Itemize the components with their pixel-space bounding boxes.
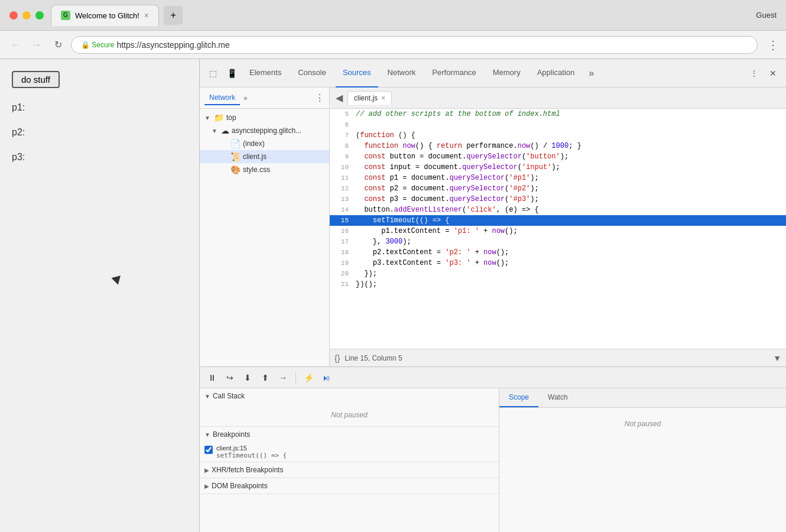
- device-toolbar-icon[interactable]: 📱: [223, 65, 240, 82]
- call-stack-header[interactable]: ▼ Call Stack: [200, 388, 499, 404]
- browser-content: do stuff p1: p2: p3: ⬚ 📱 Elements Consol…: [0, 59, 786, 532]
- close-traffic-light[interactable]: [9, 11, 18, 20]
- do-stuff-button[interactable]: do stuff: [12, 71, 60, 88]
- devtools-options-button[interactable]: ⋮: [746, 65, 762, 82]
- debug-left-panel: ▼ Call Stack Not paused ▼ Breakpoints: [200, 388, 499, 532]
- code-line-18: 18 p2.textContent = 'p2: ' + now();: [330, 247, 786, 258]
- back-button[interactable]: ←: [7, 37, 24, 53]
- cursor-position: Line 15, Column 5: [345, 354, 768, 362]
- editor-file-tab-close[interactable]: ×: [381, 94, 385, 102]
- breakpoints-header[interactable]: ▼ Breakpoints: [200, 427, 499, 442]
- html-file-icon: 📄: [230, 139, 241, 148]
- browser-tab[interactable]: G Welcome to Glitch! ×: [51, 5, 159, 26]
- breakpoint-checkbox[interactable]: [204, 446, 213, 454]
- maximize-traffic-light[interactable]: [35, 11, 44, 20]
- code-line-13: 13 const p3 = document.querySelector('#p…: [330, 194, 786, 205]
- status-bar-arrow[interactable]: ▼: [773, 353, 781, 363]
- tab-network[interactable]: Network: [381, 59, 423, 87]
- sources-more-button[interactable]: »: [243, 94, 248, 102]
- dom-breakpoints-header[interactable]: ▶ DOM Breakpoints: [200, 478, 499, 494]
- tab-sources[interactable]: Sources: [336, 59, 378, 87]
- tab-performance[interactable]: Performance: [425, 59, 483, 87]
- new-tab-button[interactable]: +: [164, 6, 183, 25]
- sources-network-tab[interactable]: Network: [204, 91, 240, 105]
- page-content: do stuff p1: p2: p3:: [0, 59, 199, 532]
- breakpoints-section: ▼ Breakpoints client.js:15 setTimeout(()…: [200, 427, 499, 462]
- editor-back-button[interactable]: ◀: [332, 91, 346, 105]
- sources-options-button[interactable]: ⋮: [315, 92, 324, 103]
- tab-memory[interactable]: Memory: [486, 59, 528, 87]
- pause-resume-button[interactable]: ⏸: [204, 370, 220, 385]
- breakpoints-label: Breakpoints: [213, 430, 250, 439]
- call-stack-label: Call Stack: [213, 392, 245, 400]
- domain-label: asyncstepping.glitch...: [232, 126, 301, 135]
- tab-elements[interactable]: Elements: [242, 59, 288, 87]
- dom-breakpoints-section: ▶ DOM Breakpoints: [200, 478, 499, 494]
- mouse-cursor: [111, 275, 122, 286]
- tab-console[interactable]: Console: [291, 59, 333, 87]
- scope-watch-header: Scope Watch: [499, 388, 786, 408]
- minimize-traffic-light[interactable]: [22, 11, 31, 20]
- devtools-topbar: ⬚ 📱 Elements Console Sources Network Per…: [200, 59, 786, 87]
- index-file-label: (index): [243, 140, 265, 148]
- element-picker-icon[interactable]: ⬚: [204, 65, 221, 82]
- code-editor-area[interactable]: 5 // add other scripts at the bottom of …: [330, 109, 786, 349]
- code-line-19: 19 p3.textContent = 'p3: ' + now();: [330, 258, 786, 268]
- format-icon[interactable]: {}: [334, 353, 340, 363]
- debug-toolbar: ⏸ ↪ ⬇ ⬆ → ⚡ ⏯: [200, 367, 786, 388]
- secure-icon: 🔒 Secure: [81, 41, 114, 49]
- folder-icon: 📁: [214, 113, 224, 122]
- sources-header: Network » ⋮: [200, 87, 329, 109]
- secure-label: Secure: [92, 41, 114, 49]
- step-out-button[interactable]: ⬆: [258, 370, 273, 385]
- code-line-20: 20 });: [330, 268, 786, 279]
- code-line-11: 11 const p1 = document.querySelector('#p…: [330, 173, 786, 183]
- tree-arrow-domain: ▼: [212, 128, 219, 134]
- refresh-button[interactable]: ↻: [50, 37, 66, 53]
- call-stack-content: Not paused: [200, 404, 499, 426]
- code-line-10: 10 const input = document.querySelector(…: [330, 162, 786, 173]
- step-into-button[interactable]: ⬇: [240, 370, 255, 385]
- debug-right-panel: Scope Watch Not paused: [499, 388, 786, 532]
- xhr-breakpoints-section: ▶ XHR/fetch Breakpoints: [200, 462, 499, 478]
- code-line-14: 14 button.addEventListener('click', (e) …: [330, 205, 786, 215]
- p2-label: p2:: [12, 127, 187, 138]
- browser-menu-button[interactable]: ⋮: [767, 38, 779, 52]
- call-stack-arrow: ▼: [204, 393, 210, 400]
- step-button[interactable]: →: [275, 370, 291, 385]
- tree-item-style-css[interactable]: 🎨 style.css: [200, 163, 329, 176]
- p3-label: p3:: [12, 152, 187, 163]
- devtools-body: Network » ⋮ ▼ 📁 top ▼ ☁ asyncstepp: [200, 87, 786, 366]
- xhr-breakpoints-header[interactable]: ▶ XHR/fetch Breakpoints: [200, 462, 499, 478]
- file-tree: ▼ 📁 top ▼ ☁ asyncstepping.glitch... 📄: [200, 109, 329, 366]
- code-line-12: 12 const p2 = document.querySelector('#p…: [330, 183, 786, 194]
- debug-content: ▼ Call Stack Not paused ▼ Breakpoints: [200, 388, 786, 532]
- code-line-21: 21 })();: [330, 279, 786, 290]
- pause-on-exceptions-button[interactable]: ⏯: [319, 370, 334, 385]
- more-tabs-button[interactable]: »: [584, 68, 599, 79]
- editor-file-tab-label: client.js: [354, 94, 378, 102]
- guest-label: Guest: [756, 11, 777, 20]
- dom-arrow: ▶: [204, 483, 209, 489]
- tab-close-button[interactable]: ×: [144, 11, 149, 20]
- tree-item-client-js[interactable]: 📜 client.js: [200, 150, 329, 163]
- scope-tab[interactable]: Scope: [499, 388, 538, 407]
- client-js-label: client.js: [243, 153, 267, 161]
- css-file-icon: 🎨: [230, 165, 241, 174]
- forward-button[interactable]: →: [28, 37, 45, 53]
- deactivate-breakpoints-button[interactable]: ⚡: [301, 370, 316, 385]
- watch-tab[interactable]: Watch: [538, 388, 577, 407]
- devtools-close-button[interactable]: ✕: [765, 65, 781, 82]
- step-over-button[interactable]: ↪: [222, 370, 238, 385]
- js-file-icon: 📜: [230, 152, 241, 161]
- tab-application[interactable]: Application: [530, 59, 582, 87]
- code-line-5: 5 // add other scripts at the bottom of …: [330, 109, 786, 119]
- editor-file-tab-client-js[interactable]: client.js ×: [347, 91, 392, 105]
- tree-arrow-top: ▼: [204, 115, 212, 121]
- tree-item-index[interactable]: 📄 (index): [200, 137, 329, 150]
- url-text: https://asyncstepping.glitch.me: [116, 40, 229, 50]
- tree-item-top[interactable]: ▼ 📁 top: [200, 111, 329, 124]
- address-input[interactable]: 🔒 Secure https://asyncstepping.glitch.me: [71, 36, 758, 54]
- tree-item-domain[interactable]: ▼ ☁ asyncstepping.glitch...: [200, 124, 329, 137]
- devtools-topbar-right: ⋮ ✕: [746, 65, 781, 82]
